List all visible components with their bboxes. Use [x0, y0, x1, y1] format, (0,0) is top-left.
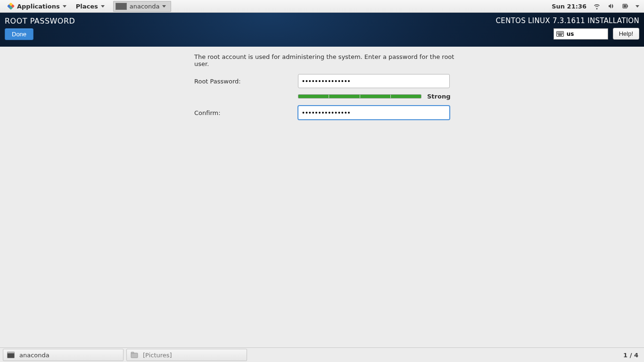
keyboard-layout-indicator[interactable]: us	[553, 28, 608, 40]
panel-task-label: anaconda	[130, 3, 160, 10]
root-password-input[interactable]	[298, 74, 450, 88]
strength-segment	[329, 95, 360, 98]
svg-rect-10	[558, 33, 559, 34]
done-button[interactable]: Done	[5, 28, 33, 40]
taskbar-item-label: [Pictures]	[143, 352, 172, 359]
panel-clock[interactable]: Sun 21:36	[552, 3, 586, 10]
svg-rect-14	[558, 34, 562, 35]
folder-icon	[131, 352, 138, 358]
window-thumbnail-icon	[116, 3, 127, 10]
window-icon	[7, 352, 15, 358]
chevron-down-icon	[63, 5, 66, 8]
root-password-form: The root account is used for administeri…	[194, 53, 458, 120]
svg-rect-11	[560, 33, 561, 34]
svg-rect-12	[561, 33, 561, 34]
svg-rect-16	[8, 352, 15, 354]
bottom-taskbar: anaconda [Pictures] 1 / 4	[0, 347, 644, 362]
content-area: The root account is used for administeri…	[0, 47, 644, 347]
keyboard-layout-label: us	[567, 31, 574, 37]
svg-rect-8	[562, 32, 563, 33]
confirm-password-row: Confirm:	[194, 106, 458, 120]
chevron-down-icon[interactable]	[636, 5, 639, 8]
strength-segment	[360, 95, 391, 98]
confirm-password-input[interactable]	[298, 106, 450, 120]
header-right: CENTOS LINUX 7.3.1611 INSTALLATION us He…	[496, 16, 639, 40]
confirm-password-label: Confirm:	[194, 109, 298, 116]
gnome-top-panel: Applications Places anaconda Sun 21:36	[0, 0, 644, 13]
places-menu-label: Places	[76, 3, 98, 10]
battery-icon[interactable]	[621, 2, 629, 10]
form-instruction: The root account is used for administeri…	[194, 53, 458, 67]
password-strength-row: Strong	[298, 93, 458, 100]
applications-menu-label: Applications	[17, 3, 60, 10]
strength-segment	[298, 95, 329, 98]
help-button[interactable]: Help!	[613, 28, 639, 40]
strength-segment	[391, 95, 421, 98]
root-password-row: Root Password:	[194, 74, 458, 88]
anaconda-header: ROOT PASSWORD Done CENTOS LINUX 7.3.1611…	[0, 13, 644, 47]
svg-rect-1	[627, 5, 628, 7]
taskbar-item-pictures[interactable]: [Pictures]	[126, 349, 247, 361]
taskbar-item-label: anaconda	[19, 352, 50, 359]
password-strength-meter	[298, 94, 421, 99]
header-left: ROOT PASSWORD Done	[5, 16, 75, 40]
volume-icon[interactable]	[607, 2, 615, 10]
svg-rect-6	[560, 32, 561, 33]
svg-rect-2	[624, 5, 627, 8]
install-title: CENTOS LINUX 7.3.1611 INSTALLATION	[496, 16, 639, 25]
keyboard-icon	[556, 31, 564, 37]
gnome-panel-left: Applications Places anaconda	[3, 0, 171, 13]
applications-menu[interactable]: Applications	[3, 0, 71, 13]
password-strength-label: Strong	[427, 93, 450, 100]
svg-rect-13	[562, 33, 563, 34]
panel-task-anaconda[interactable]: anaconda	[113, 1, 172, 12]
header-controls: us Help!	[553, 28, 639, 40]
page-title: ROOT PASSWORD	[5, 16, 75, 25]
root-password-label: Root Password:	[194, 78, 298, 85]
taskbar-item-anaconda[interactable]: anaconda	[3, 349, 124, 361]
svg-rect-4	[557, 32, 558, 33]
gnome-panel-right: Sun 21:36	[552, 2, 641, 10]
svg-rect-5	[558, 32, 559, 33]
workspace-indicator[interactable]: 1 / 4	[623, 352, 641, 359]
chevron-down-icon	[162, 5, 166, 8]
svg-rect-7	[561, 32, 561, 33]
places-menu[interactable]: Places	[71, 0, 109, 13]
svg-rect-18	[131, 352, 134, 354]
network-wifi-icon[interactable]	[593, 2, 601, 10]
chevron-down-icon	[101, 5, 105, 8]
distro-logo-icon	[7, 2, 15, 10]
svg-rect-9	[557, 33, 558, 34]
